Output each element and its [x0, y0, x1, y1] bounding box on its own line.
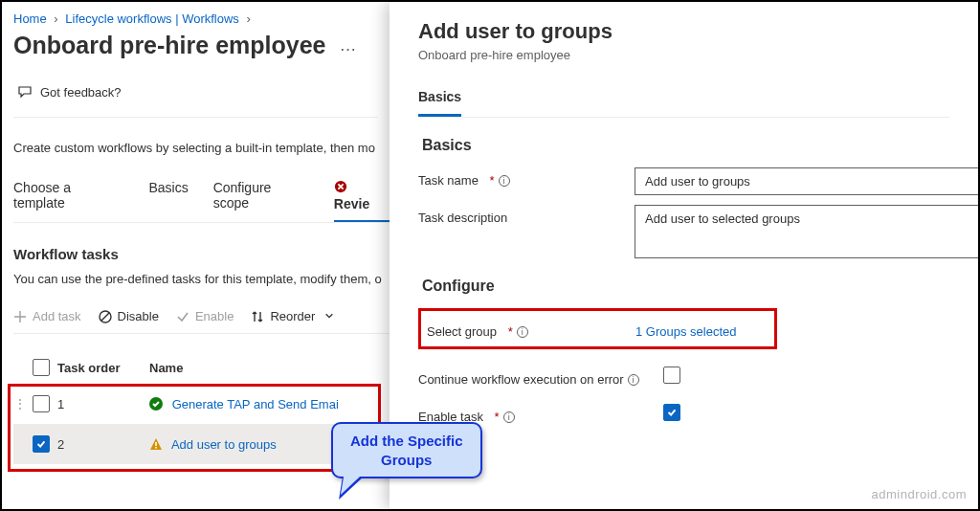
- panel-tabs: Basics: [418, 83, 949, 118]
- tab-basics[interactable]: Basics: [148, 174, 188, 222]
- breadcrumb: Home › Lifecycle workflows | Workflows ›: [13, 11, 390, 26]
- reorder-button[interactable]: Reorder: [251, 309, 334, 323]
- chevron-right-icon: ›: [246, 11, 250, 26]
- info-icon[interactable]: i: [517, 326, 528, 338]
- enable-label: Enable: [195, 309, 234, 323]
- reorder-icon: [251, 310, 264, 323]
- breadcrumb-link[interactable]: Lifecycle workflows | Workflows: [65, 11, 239, 26]
- disable-label: Disable: [118, 309, 159, 323]
- callout-line2: Groups: [350, 451, 463, 470]
- tab-review-label: Revie: [334, 196, 369, 211]
- warning-icon: [149, 437, 163, 451]
- reorder-label: Reorder: [270, 309, 315, 323]
- groups-selected-link[interactable]: 1 Groups selected: [635, 319, 737, 339]
- wizard-tabs: Choose a template Basics Configure scope…: [13, 174, 390, 223]
- chevron-down-icon: [324, 309, 334, 323]
- tab-review[interactable]: Revie: [334, 174, 390, 222]
- panel-section-configure: Configure: [422, 278, 978, 295]
- task-order-value: 2: [57, 437, 149, 452]
- tasks-toolbar: Add task Disable Enable Reorder: [13, 305, 390, 334]
- task-name-link[interactable]: Add user to groups: [171, 437, 277, 452]
- row-checkbox[interactable]: [33, 395, 50, 412]
- page-title: Onboard pre-hire employee: [13, 32, 325, 59]
- watermark: admindroid.com: [872, 487, 968, 501]
- panel-subtitle: Onboard pre-hire employee: [418, 48, 978, 62]
- task-order-value: 1: [57, 397, 149, 411]
- panel-title: Add user to groups: [418, 19, 978, 44]
- task-name-link[interactable]: Generate TAP and Send Emai: [172, 397, 339, 411]
- header-task-order[interactable]: Task order: [57, 361, 149, 375]
- svg-rect-3: [155, 442, 157, 446]
- success-icon: [149, 397, 163, 411]
- disable-button[interactable]: Disable: [99, 309, 159, 323]
- disable-icon: [99, 310, 112, 323]
- info-icon[interactable]: i: [499, 175, 510, 187]
- checkmark-icon: [176, 310, 189, 323]
- plus-icon: [13, 310, 27, 323]
- tab-configure-scope[interactable]: Configure scope: [213, 174, 309, 222]
- chevron-right-icon: ›: [54, 11, 57, 26]
- enable-task-checkbox[interactable]: [663, 404, 680, 421]
- feedback-label: Got feedback?: [40, 85, 122, 100]
- panel-tab-basics[interactable]: Basics: [418, 83, 461, 117]
- workflow-tasks-desc: You can use the pre-defined tasks for th…: [13, 272, 390, 286]
- feedback-link[interactable]: Got feedback?: [13, 80, 378, 118]
- svg-rect-4: [155, 447, 157, 449]
- task-name-input[interactable]: [635, 167, 978, 195]
- table-row[interactable]: ⋮ 1 Generate TAP and Send Emai: [13, 384, 390, 424]
- error-circle-icon: [334, 181, 347, 196]
- label-enable-task: Enable task * i: [418, 404, 663, 424]
- tab-choose-template[interactable]: Choose a template: [13, 174, 123, 222]
- feedback-icon: [17, 84, 33, 100]
- panel-section-basics: Basics: [422, 137, 978, 154]
- table-header: Task order Name: [13, 351, 390, 384]
- annotation-callout: Add the Specific Groups: [331, 422, 482, 478]
- intro-text: Create custom workflows by selecting a b…: [13, 118, 390, 174]
- info-icon[interactable]: i: [628, 374, 639, 386]
- info-icon[interactable]: i: [503, 411, 515, 423]
- task-description-input[interactable]: Add user to selected groups: [635, 205, 978, 258]
- label-continue-on-error: Continue workflow execution on error i: [418, 367, 663, 387]
- breadcrumb-link[interactable]: Home: [13, 11, 47, 26]
- callout-line1: Add the Specific: [350, 432, 463, 451]
- main-content: Home › Lifecycle workflows | Workflows ›…: [2, 2, 390, 464]
- label-task-name: Task name * i: [418, 167, 635, 188]
- add-task-button[interactable]: Add task: [13, 309, 81, 323]
- label-task-description: Task description: [418, 205, 635, 225]
- add-task-label: Add task: [33, 309, 81, 323]
- more-actions-button[interactable]: …: [335, 32, 360, 59]
- enable-button[interactable]: Enable: [176, 309, 234, 323]
- continue-on-error-checkbox[interactable]: [663, 367, 680, 384]
- row-checkbox[interactable]: [33, 435, 50, 453]
- label-select-group: Select group * i: [427, 319, 635, 339]
- header-name[interactable]: Name: [149, 361, 390, 375]
- annotation-highlight-select-group: Select group * i 1 Groups selected: [418, 308, 777, 349]
- workflow-tasks-heading: Workflow tasks: [13, 246, 390, 262]
- select-all-checkbox[interactable]: [33, 359, 50, 376]
